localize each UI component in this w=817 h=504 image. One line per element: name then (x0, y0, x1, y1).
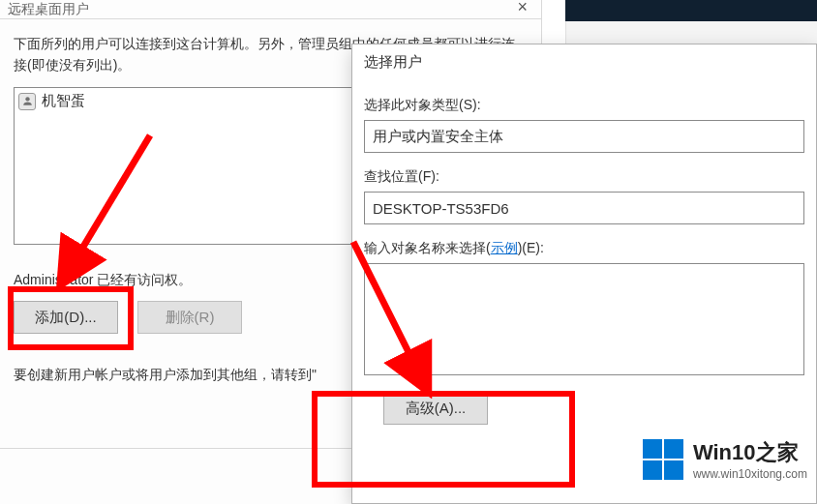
remote-dialog-title: 远程桌面用户 (8, 1, 89, 18)
examples-link[interactable]: 示例 (491, 240, 518, 255)
location-label: 查找位置(F): (364, 168, 804, 186)
user-icon (18, 93, 36, 110)
location-field: DESKTOP-TS53FD6 (364, 192, 804, 224)
remove-button: 删除(R) (137, 301, 242, 334)
svg-point-0 (25, 97, 29, 101)
watermark-url: www.win10xitong.com (693, 467, 807, 481)
object-type-field: 用户或内置安全主体 (364, 120, 804, 153)
background-dark-bar (565, 0, 817, 21)
select-dialog-title: 选择用户 (364, 53, 422, 72)
select-dialog-titlebar[interactable]: 选择用户 (352, 44, 816, 79)
remote-dialog-titlebar[interactable]: 远程桌面用户 × (0, 0, 541, 19)
watermark-title: Win10之家 (693, 438, 807, 467)
annotation-rect-advanced (312, 391, 575, 488)
watermark: Win10之家 www.win10xitong.com (643, 438, 807, 481)
close-icon[interactable]: × (517, 0, 528, 17)
object-type-label: 选择此对象类型(S): (364, 97, 804, 114)
annotation-rect-add (8, 286, 134, 350)
windows-logo-icon (643, 439, 683, 480)
object-names-input[interactable] (364, 263, 804, 375)
user-name: 机智蛋 (42, 92, 85, 110)
enter-names-label: 输入对象名称来选择(示例)(E): (364, 240, 804, 257)
